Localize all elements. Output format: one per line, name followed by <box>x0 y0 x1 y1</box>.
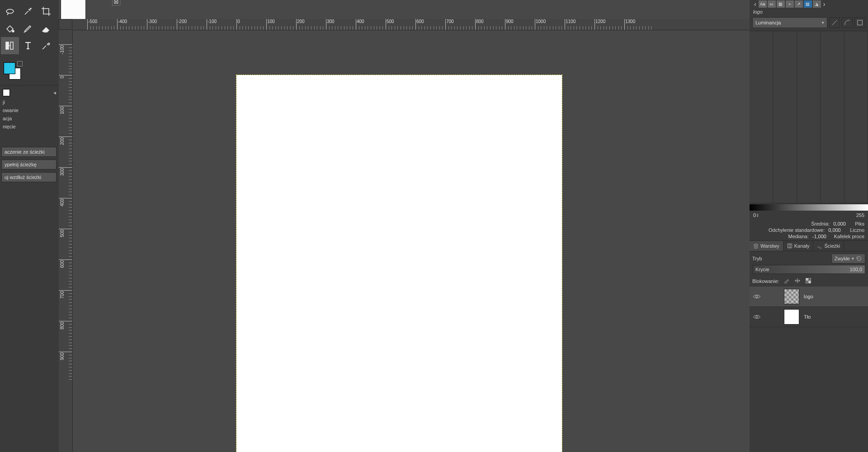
foreground-color-swatch[interactable] <box>4 62 15 74</box>
path-to-selection-button[interactable]: aczenie ze ścieżki <box>1 147 57 157</box>
layer-mode-value: Zwykłe <box>835 256 850 261</box>
ruler-horizontal[interactable]: -500-400-300-200-10001002003004005006007… <box>72 19 750 30</box>
dock-tab-icon[interactable]: ◮ <box>813 0 821 8</box>
svg-rect-3 <box>10 42 13 49</box>
lock-label: Blokowanie: <box>752 278 779 284</box>
chevron-down-icon: ▾ <box>822 20 824 25</box>
histogram-range-spinner[interactable]: ▲▼ <box>756 212 760 219</box>
svg-rect-4 <box>858 20 863 25</box>
layer-item[interactable]: logo <box>750 287 868 307</box>
dock-next-icon[interactable]: › <box>821 0 827 8</box>
ruler-vertical[interactable]: -1000100200300400500600700800900 <box>59 30 73 452</box>
svg-rect-6 <box>806 278 808 280</box>
histogram-stats: Średnia: 0,000 Piks Odchylenie standardo… <box>750 220 868 240</box>
svg-rect-9 <box>809 281 811 283</box>
option-line: acja <box>0 114 59 122</box>
svg-point-10 <box>756 296 758 298</box>
dock-tab-strip: ‹ Aa ▭ ▥ ⌁ ↗ ▤ ◮ › <box>750 0 868 8</box>
layer-options: Tryb Zwykłe ▾ Krycie 100,0 <box>750 251 868 276</box>
svg-point-1 <box>12 30 14 32</box>
color-swatches[interactable] <box>4 62 58 82</box>
image-window: ⊠ -500-400-300-200-100010020030040050060… <box>59 0 750 452</box>
dock-tab-icon[interactable]: ▭ <box>768 0 776 8</box>
dock-prev-icon[interactable]: ‹ <box>752 0 758 8</box>
svg-point-11 <box>756 316 758 318</box>
opacity-label: Krycie <box>755 267 769 272</box>
image-tab[interactable] <box>61 0 86 19</box>
dock-tab-icon[interactable]: Aa <box>759 0 767 8</box>
dock-tab-icon[interactable]: ↗ <box>795 0 803 8</box>
left-panel: ◂ ji owanie acja nięcie aczenie ze ścież… <box>0 0 59 452</box>
stroke-path-button[interactable]: uj wzdłuż ścieżki <box>1 172 57 182</box>
lock-alpha-icon[interactable] <box>805 278 811 285</box>
tool-free-select[interactable] <box>1 3 19 20</box>
opacity-value: 100,0 <box>849 267 862 272</box>
image-tab-bar: ⊠ <box>59 0 750 19</box>
canvas-viewport[interactable] <box>72 30 750 452</box>
layer-mode-select[interactable]: Zwykłe ▾ <box>831 254 865 264</box>
layer-visibility-toggle[interactable] <box>752 292 761 301</box>
tool-eraser[interactable] <box>37 20 55 37</box>
svg-rect-2 <box>6 42 9 49</box>
layer-name[interactable]: logo <box>804 294 813 299</box>
tab-layers[interactable]: Warstwy <box>750 241 783 251</box>
layer-mode-label: Tryb <box>752 256 762 261</box>
histogram-log-icon[interactable] <box>842 17 853 28</box>
layer-opacity-slider[interactable]: Krycie 100,0 <box>752 265 865 274</box>
tab-paths[interactable]: Ścieżki <box>813 241 844 251</box>
histogram-channel-label: Luminancja <box>755 20 781 25</box>
tool-fuzzy-select[interactable] <box>19 3 37 20</box>
tab-label: Warstwy <box>760 243 779 249</box>
dock-tab-histogram-icon[interactable]: ▤ <box>804 0 812 8</box>
histogram-display[interactable] <box>750 31 868 203</box>
tool-paintbrush[interactable] <box>19 20 37 37</box>
layer-list: logo Tło <box>750 287 868 452</box>
chevron-down-icon: ▾ <box>852 256 854 261</box>
panel-menu-icon[interactable]: ◂ <box>53 89 56 96</box>
tab-channels[interactable]: Kanały <box>783 241 814 251</box>
layers-dock-tabs: Warstwy Kanały Ścieżki <box>750 240 868 251</box>
dock-tab-icon[interactable]: ▥ <box>777 0 785 8</box>
histogram-title: logo <box>750 8 868 15</box>
tool-text[interactable] <box>19 37 37 54</box>
lock-position-icon[interactable] <box>794 278 801 285</box>
tab-label: Kanały <box>794 243 810 249</box>
canvas[interactable] <box>236 75 562 452</box>
svg-rect-7 <box>809 278 811 280</box>
right-panel: ‹ Aa ▭ ▥ ⌁ ↗ ▤ ◮ › logo Luminancja ▾ 0 ▲… <box>750 0 868 452</box>
svg-rect-8 <box>806 281 808 283</box>
lock-pixels-icon[interactable] <box>783 278 790 285</box>
tab-label: Ścieżki <box>824 243 840 249</box>
tool-options-panel: ◂ ji owanie acja nięcie aczenie ze ścież… <box>0 85 59 452</box>
histogram-channel-select[interactable]: Luminancja ▾ <box>752 17 827 28</box>
histogram-mode-icon[interactable] <box>854 17 865 28</box>
layer-thumbnail[interactable] <box>784 289 799 304</box>
ruler-corner[interactable] <box>59 19 72 30</box>
tool-crop[interactable] <box>37 3 55 20</box>
toolbox <box>0 0 59 85</box>
tool-options-swatch[interactable] <box>3 89 10 96</box>
layer-name[interactable]: Tło <box>804 314 811 320</box>
tool-paths[interactable] <box>1 37 19 54</box>
swap-colors-icon[interactable] <box>17 61 23 66</box>
layer-item[interactable]: Tło <box>750 307 868 327</box>
close-tab-button[interactable]: ⊠ <box>112 0 120 5</box>
option-line: ji <box>0 98 59 106</box>
histogram-range-max: 255 <box>856 212 864 218</box>
tool-color-picker[interactable] <box>37 37 55 54</box>
layer-lock-row: Blokowanie: <box>750 276 868 287</box>
option-line: owanie <box>0 106 59 114</box>
layer-thumbnail[interactable] <box>784 309 799 325</box>
option-line: nięcie <box>0 122 59 131</box>
fill-path-button[interactable]: ypełnij ścieżkę <box>1 160 57 170</box>
histogram-linear-icon[interactable] <box>829 17 840 28</box>
layer-visibility-toggle[interactable] <box>752 313 761 321</box>
dock-tab-icon[interactable]: ⌁ <box>786 0 794 8</box>
svg-rect-5 <box>788 244 792 248</box>
tool-bucket-fill[interactable] <box>1 20 19 37</box>
histogram-gradient <box>750 204 868 211</box>
